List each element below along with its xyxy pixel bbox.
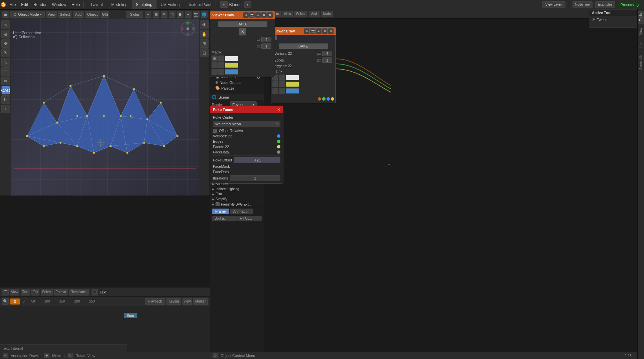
scale-tool[interactable]: ⤡ [1, 58, 10, 67]
iterations-field[interactable]: 1 [230, 175, 280, 181]
move-tool[interactable]: ✥ [1, 39, 10, 48]
ne-node-btn[interactable]: Node [321, 11, 333, 17]
blender-icon[interactable] [0, 1, 7, 8]
ne-vd-circle[interactable]: ● [316, 28, 321, 34]
tl-menu[interactable]: ☰ [2, 289, 9, 295]
poke-offset-field[interactable]: 0.21 [234, 157, 280, 163]
vtab-tools[interactable]: Tools [638, 11, 644, 24]
tl-edit-btn[interactable]: Edit [31, 289, 39, 295]
ne-swatch-white[interactable] [286, 75, 299, 80]
simplify-row[interactable]: ▶ Simplify [210, 197, 264, 202]
split-btn[interactable]: Split a... [212, 216, 237, 221]
overlay-icon[interactable]: ◫ [169, 11, 175, 18]
fs-cb[interactable] [216, 202, 220, 206]
rendered-icon[interactable]: ● [185, 11, 191, 18]
keying-btn[interactable]: Keying [166, 298, 181, 305]
tl-rotate-icon[interactable]: ↻ [68, 353, 73, 358]
tl-select-btn[interactable]: Select [41, 289, 53, 295]
bake-btn-top[interactable]: BAKE [218, 21, 267, 27]
vtab-item[interactable]: Item [638, 39, 644, 51]
ne-vd-x[interactable]: ✕ [328, 28, 334, 34]
vd-top-extra[interactable]: ✕ [239, 28, 246, 35]
fill-btn[interactable]: Fill Co... [237, 216, 262, 221]
ne-px-1[interactable]: 4 [322, 51, 332, 56]
rotate-tool[interactable]: ↻ [1, 48, 10, 57]
viewpoint-icon[interactable]: 👁 [200, 20, 209, 29]
indirect-row[interactable]: ▶ Indirect Lighting [210, 187, 264, 192]
vd-gear-icon[interactable]: ⚙ [261, 12, 267, 18]
tl-annotation-icon[interactable]: ✏ [3, 353, 8, 358]
filter-icon[interactable]: ⊞ [200, 39, 209, 48]
scene-options[interactable]: ▾ [244, 1, 251, 8]
offset-rel-cb[interactable] [213, 129, 217, 133]
add-mesh-tool[interactable]: + [1, 105, 10, 113]
annotate-tool[interactable]: ✏ [1, 77, 10, 85]
swatch-white[interactable] [225, 56, 238, 61]
global-dropdown[interactable]: Global [126, 11, 143, 18]
animation-tab[interactable]: Animation [230, 209, 253, 214]
tl-format-btn[interactable]: Format [54, 289, 68, 295]
camera-icon[interactable]: 📷 [193, 11, 200, 18]
ne-vd-cam[interactable]: 📷 [310, 28, 315, 34]
nodetree-label[interactable]: NodeTree [572, 1, 593, 8]
tl-text-btn[interactable]: Text [21, 289, 30, 295]
tl-view-btn2[interactable]: View [182, 298, 192, 305]
grid-icon[interactable]: ⊟ [200, 48, 209, 57]
workspace-texture-paint[interactable]: Texture Paint [184, 0, 216, 9]
freestyle-row[interactable]: ▶ Freestyle SVG Exp.. [210, 202, 264, 207]
viewport-canvas[interactable]: User Perspective (0) Collection [0, 19, 210, 196]
object-btn[interactable]: Object [85, 11, 100, 18]
proportional-icon[interactable]: ◎ [161, 11, 167, 18]
menu-help[interactable]: Help [69, 0, 83, 9]
world-icon[interactable]: 🌐 [201, 11, 208, 18]
tl-type-icon[interactable]: ⊞ [92, 289, 98, 295]
px-field-1[interactable]: 4 [261, 37, 271, 42]
vtab-sketchfab[interactable]: Sketchfab [638, 52, 644, 72]
vd-eye-icon[interactable]: 👁 [243, 12, 249, 18]
swatch-yellow[interactable] [225, 63, 238, 68]
ne-view-btn[interactable]: View [282, 11, 293, 17]
view-layer-icon[interactable]: View Layer [542, 1, 565, 8]
ne-swatch-blue[interactable] [286, 88, 299, 94]
ne-select-btn[interactable]: Select [294, 11, 307, 17]
sb-context-icon[interactable]: ⬡ [213, 353, 218, 358]
workspace-uv-editing[interactable]: UV Editing [157, 0, 184, 9]
mode-dropdown[interactable]: ⬡ Object Mode ▾ [10, 11, 45, 18]
menu-edit[interactable]: Edit [18, 0, 31, 9]
swatch-icon-1b[interactable] [218, 55, 224, 62]
swatch-icon-2b[interactable] [218, 62, 224, 68]
px-field-2[interactable]: 1 [261, 43, 271, 49]
measure-tool[interactable]: ⊢ [1, 95, 10, 104]
vd-circle-icon[interactable]: ● [255, 12, 261, 18]
menu-render[interactable]: Render [31, 0, 49, 9]
examples-btn[interactable]: Examples [595, 1, 615, 8]
frame-tab[interactable]: Frame [212, 209, 229, 214]
workspace-layout[interactable]: Layout [87, 0, 107, 9]
add-btn[interactable]: Add [73, 11, 84, 18]
ne-vd-gear[interactable]: ⚙ [322, 28, 328, 34]
transform-icon[interactable]: ⌖ [145, 11, 151, 18]
bake-btn-ne[interactable]: BAKE [279, 43, 328, 49]
transform-tool[interactable]: ☐ [1, 67, 10, 76]
workspace-modeling[interactable]: Modeling [107, 0, 132, 9]
snap-icon[interactable]: ⊞ [153, 11, 159, 18]
node-groups-item[interactable]: ⊕ Node Groups [210, 80, 264, 85]
node-canvas[interactable]: Viewer Draw 👁 📷 ● ⚙ ✕ V BAKE Vertices: 2… [264, 19, 637, 359]
select-btn[interactable]: Select [58, 11, 72, 18]
current-frame-display[interactable]: 0 [10, 298, 20, 305]
ne-sw-2b[interactable] [279, 81, 285, 87]
tl-templates-btn[interactable]: Templates [69, 289, 89, 295]
workspace-sculpting[interactable]: Sculpting [132, 0, 157, 9]
menu-window[interactable]: Window [49, 0, 69, 9]
ne-add-btn[interactable]: Add [309, 11, 319, 17]
weighted-mean-dropdown[interactable]: Weighted Mean ▾ [213, 121, 280, 127]
ne-sw-1b[interactable] [279, 75, 285, 81]
ne-sw-2a[interactable] [272, 81, 278, 87]
tl-move-icon[interactable]: ✥ [44, 353, 49, 358]
ne-sw-3b[interactable] [279, 88, 285, 94]
ne-filter-icon[interactable]: ⊞ [274, 11, 281, 17]
playback-btn[interactable]: Playback [145, 298, 165, 305]
ne-swatch-yellow[interactable] [286, 82, 299, 87]
ne-vd-eye[interactable]: 👁 [304, 28, 309, 34]
vd-x-icon[interactable]: ✕ [267, 12, 273, 18]
